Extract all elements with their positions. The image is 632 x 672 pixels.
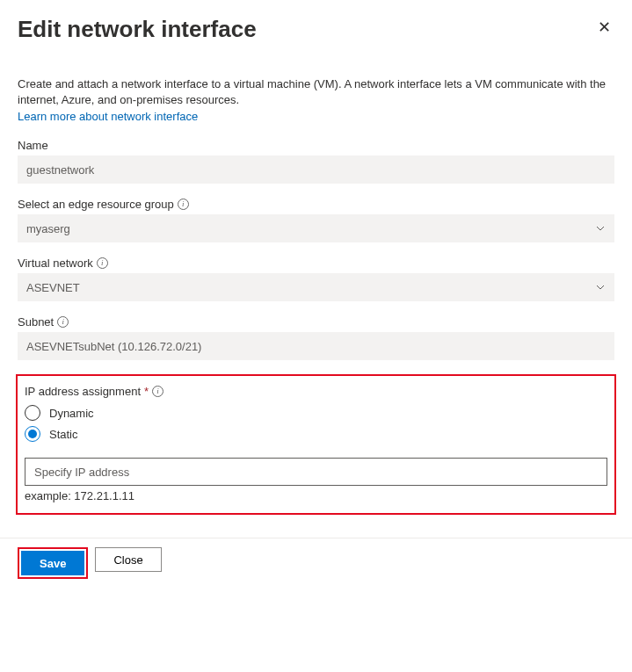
save-highlight: Save	[18, 547, 88, 579]
save-button[interactable]: Save	[21, 551, 84, 575]
vnet-select[interactable]	[18, 273, 614, 301]
ip-address-input[interactable]	[25, 458, 607, 486]
subnet-label: Subnet	[18, 315, 54, 329]
subnet-input	[18, 332, 614, 360]
close-button[interactable]: Close	[95, 547, 161, 572]
resource-group-select[interactable]	[18, 214, 614, 242]
divider	[0, 538, 632, 538]
radio-dynamic-label: Dynamic	[49, 407, 94, 420]
radio-static[interactable]: Static	[25, 426, 607, 442]
info-icon[interactable]: i	[178, 199, 189, 210]
learn-more-link[interactable]: Learn more about network interface	[18, 110, 198, 123]
radio-dynamic[interactable]: Dynamic	[25, 405, 607, 421]
description-text: Create and attach a network interface to…	[18, 76, 614, 108]
ip-assignment-section: IP address assignment * i Dynamic Static…	[16, 374, 616, 515]
resource-group-label: Select an edge resource group	[18, 198, 174, 211]
info-icon[interactable]: i	[97, 257, 108, 269]
page-title: Edit network interface	[18, 16, 257, 43]
required-indicator: *	[144, 385, 149, 398]
radio-icon	[25, 405, 40, 421]
name-input	[18, 155, 614, 184]
info-icon[interactable]: i	[57, 316, 69, 328]
info-icon[interactable]: i	[152, 386, 163, 397]
close-icon[interactable]: ✕	[594, 16, 614, 39]
radio-static-label: Static	[49, 428, 78, 441]
ip-assignment-label: IP address assignment	[25, 385, 141, 398]
ip-example-text: example: 172.21.1.11	[25, 489, 607, 502]
vnet-label: Virtual network	[18, 257, 93, 270]
radio-icon	[25, 426, 40, 442]
name-label: Name	[18, 139, 614, 152]
